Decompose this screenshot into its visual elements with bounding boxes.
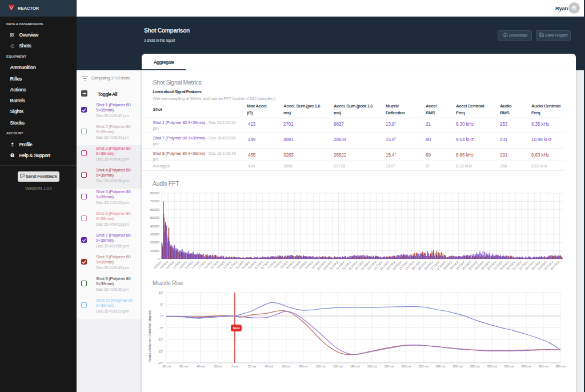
svg-text:?: ? bbox=[11, 153, 14, 157]
